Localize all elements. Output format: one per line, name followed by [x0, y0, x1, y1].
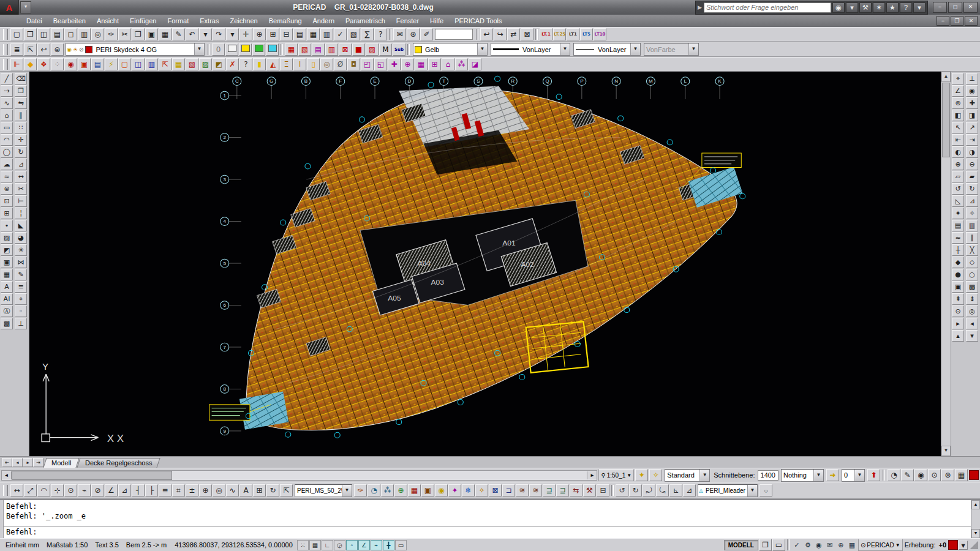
pericad-tool-16[interactable]: ◩: [213, 58, 225, 70]
match-properties[interactable]: ✎: [172, 28, 185, 40]
pericad-tool-28[interactable]: ◱: [374, 58, 387, 70]
zoom-previous[interactable]: ⊟: [280, 28, 293, 40]
right-tool-36[interactable]: ▩: [966, 281, 978, 293]
vscroll-thumb[interactable]: [942, 83, 950, 157]
otrack-toggle[interactable]: ∠: [358, 540, 370, 550]
polyline-tool[interactable]: ∿: [1, 97, 13, 109]
spline-tool[interactable]: ≈: [1, 171, 13, 182]
tab-modell[interactable]: Modell: [43, 458, 80, 468]
erase-tool[interactable]: ⌫: [15, 73, 27, 84]
layer-merge[interactable]: ⇄: [507, 28, 520, 40]
menu-bema-ung[interactable]: Bemaßung: [263, 15, 307, 27]
pericad-tool-9[interactable]: ▢: [118, 58, 131, 70]
ltscale-1[interactable]: LT1: [567, 28, 579, 40]
ortho-toggle[interactable]: ∟: [322, 540, 333, 550]
menu--ndern[interactable]: Ändern: [307, 15, 340, 27]
dim-override[interactable]: ⇱: [280, 484, 293, 497]
region-tool[interactable]: ▣: [1, 257, 13, 268]
dim-diameter[interactable]: ⊘: [91, 484, 104, 497]
offset-tool[interactable]: ∥: [15, 110, 27, 121]
layer-on-icon[interactable]: ◉: [67, 47, 72, 53]
layer-delete[interactable]: ⊠: [521, 28, 533, 40]
ltscale-10[interactable]: LT10: [594, 28, 606, 40]
communication-center-icon[interactable]: ✶: [873, 2, 885, 13]
pericad-tool-2[interactable]: ◆: [24, 58, 37, 70]
pericad-tool-8[interactable]: ⚡: [105, 58, 118, 70]
layer-freeze-icon[interactable]: ☀: [73, 47, 78, 53]
lwt-toggle[interactable]: ╋: [383, 540, 394, 550]
dim-edit[interactable]: A: [239, 484, 252, 497]
layer-zero-button[interactable]: 0: [212, 43, 225, 56]
tray-annotation-icon[interactable]: ✓: [791, 540, 802, 550]
pericad-tool-18[interactable]: ?: [239, 58, 252, 70]
trim-tool[interactable]: ✂: [15, 183, 27, 195]
plot-preview[interactable]: ◻: [64, 28, 77, 40]
peri-snap-4[interactable]: ▦: [408, 484, 421, 497]
peri-snap-1[interactable]: ◔: [368, 484, 380, 497]
field[interactable]: ✐: [420, 28, 433, 40]
ltscale-01[interactable]: LT.1: [540, 28, 552, 40]
pericad-tool-35[interactable]: ◪: [469, 58, 481, 70]
ltscale-025[interactable]: LT.25: [553, 28, 566, 40]
layer-off[interactable]: ▤: [312, 43, 325, 56]
markup-manager[interactable]: ✓: [334, 28, 347, 40]
pericad-tool-13[interactable]: ▦: [172, 58, 185, 70]
right-tool-23[interactable]: ✦: [952, 208, 964, 219]
pericad-tool-29[interactable]: ✚: [388, 58, 401, 70]
tray-gear-icon[interactable]: ⚙: [802, 540, 813, 550]
infocenter-expand-icon[interactable]: ▶: [698, 4, 702, 10]
cad-manager-icon[interactable]: ⚒: [859, 2, 872, 13]
app-menu-dropdown[interactable]: ▾: [20, 1, 31, 13]
pericad-tool-14[interactable]: ▧: [186, 58, 198, 70]
menu-einf-gen[interactable]: Einfügen: [124, 15, 162, 27]
properties[interactable]: ▤: [293, 28, 306, 40]
raise-level-button[interactable]: ⬆: [867, 469, 880, 481]
coordinates-display[interactable]: 413986.80037, 293126.53534, 0.00000: [171, 541, 296, 549]
right-tool-13[interactable]: ◐: [952, 146, 964, 158]
layer-m[interactable]: M: [379, 43, 392, 56]
right-tool-7[interactable]: ◧: [952, 110, 964, 121]
menu-extras[interactable]: Extras: [194, 15, 224, 27]
circle-tool[interactable]: ◯: [1, 146, 13, 158]
pericad-tool-26[interactable]: ◘: [347, 58, 360, 70]
copy-clip[interactable]: ❐: [132, 28, 145, 40]
peri-star2[interactable]: ✧: [475, 484, 488, 497]
minimize-button[interactable]: −: [933, 2, 947, 13]
rectangle-tool[interactable]: ▭: [1, 122, 13, 133]
pericad-tool-7[interactable]: ▤: [91, 58, 104, 70]
scroll-down-button[interactable]: ▼: [941, 446, 951, 456]
pericad-tool-3[interactable]: ❖: [37, 58, 50, 70]
save[interactable]: ◫: [37, 28, 50, 40]
resize-grip[interactable]: [970, 541, 978, 549]
right-tool-44[interactable]: ▾: [966, 330, 978, 342]
right-tool-22[interactable]: ⊿: [966, 195, 978, 207]
right-tool-8[interactable]: ◨: [966, 110, 978, 121]
search-options-dropdown[interactable]: ▾: [846, 2, 858, 13]
make-block-tool[interactable]: ⊞: [1, 208, 13, 219]
pericad-tool-11[interactable]: ▥: [145, 58, 158, 70]
pericad-tool-27[interactable]: ◰: [361, 58, 374, 70]
annotation-autoscale-button[interactable]: ✧: [649, 469, 662, 481]
qp-toggle[interactable]: ▭: [395, 540, 407, 550]
app-logo-icon[interactable]: A: [0, 0, 19, 15]
right-tool-9[interactable]: ↖: [952, 122, 964, 133]
extend-tool[interactable]: ⊢: [15, 195, 27, 207]
pan[interactable]: ✛: [239, 28, 252, 40]
right-tool-25[interactable]: ▤: [952, 220, 964, 231]
lineweight-combo[interactable]: VonLayer ▼: [491, 43, 570, 56]
mod2-rotate-2[interactable]: ↻: [629, 484, 642, 497]
layer-swatch-cyan[interactable]: [266, 43, 279, 56]
viewport-scale-button[interactable]: ⚲ 1:50_1 ▼: [598, 469, 634, 481]
right-tool-15[interactable]: ⊕: [952, 159, 964, 170]
right-tool-1[interactable]: ⌖: [952, 73, 964, 84]
redo[interactable]: ↷: [213, 28, 225, 40]
right-tool-21[interactable]: ◺: [952, 195, 964, 207]
tab-decke-regelgeschoss[interactable]: Decke Regelgeschoss: [77, 458, 161, 468]
dim-center-mark[interactable]: ⊕: [199, 484, 212, 497]
arc-tool[interactable]: ◠: [1, 134, 13, 146]
vp-grid-icon[interactable]: ▦: [955, 469, 968, 481]
array-tool[interactable]: ∷: [15, 122, 27, 133]
infocenter-search-input[interactable]: [704, 2, 831, 13]
move-to-layer[interactable]: ↪: [494, 28, 507, 40]
dim-break[interactable]: ⌗: [172, 484, 185, 497]
